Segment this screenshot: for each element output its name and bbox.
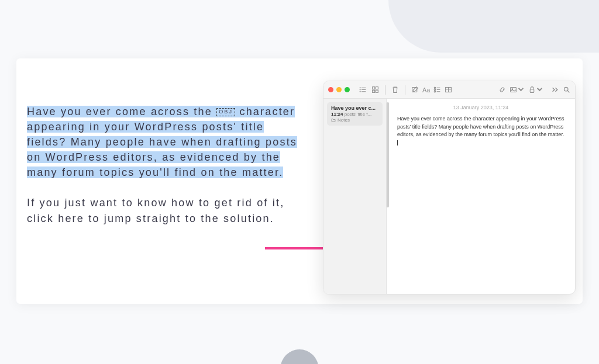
folder-icon (331, 118, 336, 122)
main-card: Have you ever come across the OBJ charac… (16, 58, 583, 304)
note-list-item[interactable]: Have you ever c... 11:24 posts' title f.… (327, 102, 383, 126)
svg-rect-9 (376, 87, 378, 89)
svg-point-7 (360, 91, 360, 92)
svg-point-18 (435, 91, 436, 92)
window-controls (328, 87, 350, 92)
table-icon[interactable] (445, 86, 452, 93)
view-controls (359, 86, 379, 93)
note-meta: 11:24 posts' title f... (331, 112, 378, 117)
notes-toolbar: Aa (323, 81, 575, 99)
format-icon[interactable]: Aa (422, 86, 430, 93)
note-folder-label: Notes (338, 117, 350, 123)
notes-body: Have you ever c... 11:24 posts' title f.… (323, 99, 575, 294)
svg-point-5 (360, 88, 360, 88)
svg-point-17 (435, 89, 436, 90)
svg-point-16 (435, 87, 436, 88)
compose-icon[interactable] (411, 86, 419, 93)
media-icon[interactable] (510, 86, 517, 93)
notes-app-window: Aa Have you ever c... 11:24 posts' title… (323, 81, 576, 294)
bg-decor (388, 0, 599, 53)
notes-sidebar: Have you ever c... 11:24 posts' title f.… (323, 99, 387, 294)
minimize-button[interactable] (336, 87, 342, 92)
close-button[interactable] (328, 87, 333, 92)
more-icon[interactable] (552, 86, 559, 93)
svg-point-6 (360, 89, 360, 90)
svg-rect-24 (530, 89, 534, 93)
checklist-icon[interactable] (433, 86, 441, 93)
obj-char-icon: OBJ (216, 108, 235, 116)
trash-icon[interactable] (391, 86, 399, 93)
media-chevron-icon[interactable] (517, 86, 525, 93)
svg-rect-10 (373, 90, 375, 92)
note-folder: Notes (331, 117, 378, 123)
note-body-text: Have you ever come across the character … (397, 115, 564, 147)
note-time: 11:24 (331, 112, 343, 117)
svg-rect-8 (373, 87, 375, 89)
note-date: 13 January 2023, 11:24 (397, 105, 564, 110)
notes-editor[interactable]: 13 January 2023, 11:24 Have you ever com… (387, 99, 575, 294)
text-cursor (397, 140, 398, 145)
scrollbar[interactable] (387, 102, 389, 207)
grid-view-icon[interactable] (371, 86, 379, 93)
lock-chevron-icon[interactable] (536, 86, 543, 93)
note-preview: posts' title f... (345, 112, 371, 117)
highlighted-text-1: Have you ever come across the (27, 106, 216, 117)
svg-rect-22 (511, 87, 517, 92)
source-text-block: Have you ever come across the OBJ charac… (27, 104, 299, 226)
note-title: Have you ever c... (331, 105, 378, 111)
svg-rect-11 (376, 90, 378, 92)
lock-icon[interactable] (528, 86, 536, 93)
bottom-decor (281, 349, 319, 364)
maximize-button[interactable] (345, 87, 350, 92)
link-icon[interactable] (498, 86, 506, 93)
list-view-icon[interactable] (359, 86, 367, 93)
plain-paragraph: If you just want to know how to get rid … (27, 195, 299, 226)
svg-line-26 (567, 91, 569, 92)
search-icon[interactable] (563, 86, 570, 93)
svg-point-25 (564, 87, 568, 91)
highlighted-paragraph[interactable]: Have you ever come across the OBJ charac… (27, 104, 299, 180)
